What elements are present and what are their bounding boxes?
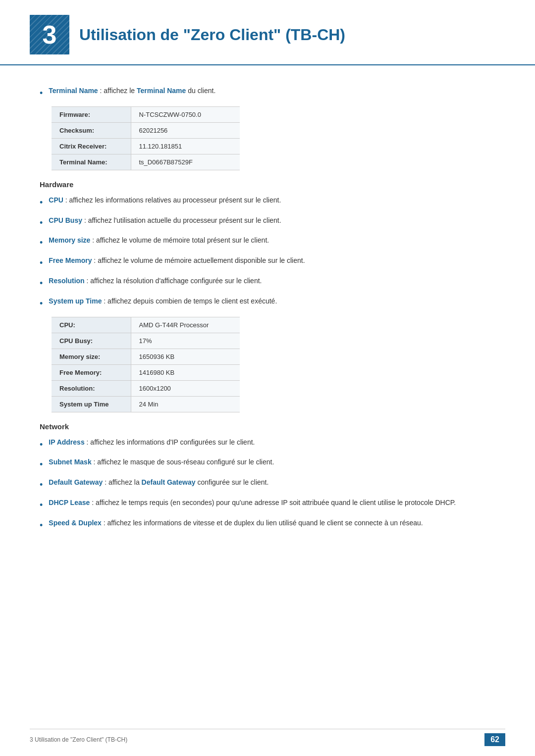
- table-cell-label: Terminal Name:: [52, 154, 131, 170]
- cpu-busy-text: CPU Busy : affichez l'utilisation actuel…: [49, 215, 495, 226]
- terminal-name-text: Terminal Name : affichez le Terminal Nam…: [49, 85, 495, 96]
- chapter-title: Utilisation de "Zero Client" (TB-CH): [79, 26, 345, 44]
- footer: 3 Utilisation de "Zero Client" (TB-CH) 6…: [30, 729, 505, 746]
- bullet-dot: •: [40, 438, 43, 452]
- system-up-time-bullet: • System up Time : affichez depuis combi…: [40, 296, 495, 311]
- ip-address-text: IP Address : affichez les informations d…: [49, 437, 495, 448]
- resolution-text: Resolution : affichez la résolution d'af…: [49, 275, 495, 286]
- dhcp-lease-label: DHCP Lease: [49, 499, 90, 506]
- table-cell-value: N-TCSCZWW-0750.0: [131, 106, 240, 122]
- table-cell-label: Memory size:: [52, 349, 131, 364]
- table-cell-value: 62021256: [131, 122, 240, 138]
- table-cell-value: 17%: [131, 333, 240, 349]
- footer-right: 62: [484, 733, 505, 746]
- default-gateway-text: Default Gateway : affichez la Default Ga…: [49, 477, 495, 488]
- table-row: Free Memory: 1416980 KB: [52, 364, 240, 380]
- table-cell-label: Free Memory:: [52, 364, 131, 380]
- bullet-dot: •: [40, 498, 43, 512]
- cpu-label: CPU: [49, 196, 63, 204]
- bullet-dot: •: [40, 276, 43, 291]
- bullet-dot: •: [40, 256, 43, 270]
- table-cell-value: 1600x1200: [131, 380, 240, 396]
- default-gateway-label2: Default Gateway: [142, 478, 196, 486]
- table-cell-value: 24 Min: [131, 396, 240, 412]
- subnet-mask-text: Subnet Mask : affichez le masque de sous…: [49, 456, 495, 467]
- main-content: • Terminal Name : affichez le Terminal N…: [0, 85, 535, 567]
- bullet-dot: •: [40, 478, 43, 492]
- subnet-mask-bullet: • Subnet Mask : affichez le masque de so…: [40, 456, 495, 472]
- memory-size-text: Memory size : affichez le volume de mémo…: [49, 235, 495, 246]
- table-row: Memory size: 1650936 KB: [52, 349, 240, 364]
- hardware-table: CPU: AMD G-T44R Processor CPU Busy: 17% …: [52, 317, 240, 412]
- table-cell-value: 1416980 KB: [131, 364, 240, 380]
- terminal-name-label2: Terminal Name: [137, 87, 186, 95]
- table-cell-label: Checksum:: [52, 122, 131, 138]
- table-cell-value: 11.120.181851: [131, 138, 240, 154]
- table-cell-label: System up Time: [52, 396, 131, 412]
- ip-address-label: IP Address: [49, 438, 84, 446]
- cpu-busy-bullet: • CPU Busy : affichez l'utilisation actu…: [40, 215, 495, 230]
- terminal-name-bullet: • Terminal Name : affichez le Terminal N…: [40, 85, 495, 101]
- table-cell-label: Resolution:: [52, 380, 131, 396]
- bullet-dot: •: [40, 196, 43, 210]
- page-number: 62: [484, 733, 505, 746]
- free-memory-label: Free Memory: [49, 256, 92, 264]
- subnet-mask-label: Subnet Mask: [49, 458, 91, 466]
- bullet-dot: •: [40, 216, 43, 230]
- dhcp-lease-bullet: • DHCP Lease : affichez le temps requis …: [40, 497, 495, 512]
- speed-duplex-text: Speed & Duplex : affichez les informatio…: [49, 517, 495, 528]
- table-cell-label: CPU:: [52, 317, 131, 333]
- table-cell-value: ts_D0667B87529F: [131, 154, 240, 170]
- ip-address-bullet: • IP Address : affichez les informations…: [40, 437, 495, 452]
- bullet-dot: •: [40, 86, 43, 101]
- table-row: Citrix Receiver: 11.120.181851: [52, 138, 240, 154]
- table-cell-value: 1650936 KB: [131, 349, 240, 364]
- table-row: CPU: AMD G-T44R Processor: [52, 317, 240, 333]
- speed-duplex-label: Speed & Duplex: [49, 519, 102, 527]
- chapter-number-text: 3: [43, 20, 57, 50]
- chapter-number: 3: [30, 15, 69, 54]
- memory-size-bullet: • Memory size : affichez le volume de mé…: [40, 235, 495, 250]
- table-row: Terminal Name: ts_D0667B87529F: [52, 154, 240, 170]
- cpu-busy-label: CPU Busy: [49, 216, 82, 224]
- table-row: Resolution: 1600x1200: [52, 380, 240, 396]
- system-up-time-label: System up Time: [49, 297, 102, 305]
- resolution-label: Resolution: [49, 277, 84, 285]
- table-row: System up Time 24 Min: [52, 396, 240, 412]
- network-heading: Network: [40, 422, 495, 431]
- bullet-dot: •: [40, 236, 43, 250]
- footer-text: 3 Utilisation de "Zero Client" (TB-CH): [30, 736, 127, 743]
- table-cell-label: Firmware:: [52, 106, 131, 122]
- speed-duplex-bullet: • Speed & Duplex : affichez les informat…: [40, 517, 495, 533]
- terminal-name-label: Terminal Name: [49, 87, 98, 95]
- default-gateway-bullet: • Default Gateway : affichez la Default …: [40, 477, 495, 492]
- table-cell-label: CPU Busy:: [52, 333, 131, 349]
- memory-size-label: Memory size: [49, 236, 90, 244]
- system-up-time-text: System up Time : affichez depuis combien…: [49, 296, 495, 306]
- dhcp-lease-text: DHCP Lease : affichez le temps requis (e…: [49, 497, 495, 508]
- default-gateway-label: Default Gateway: [49, 478, 103, 486]
- table-cell-value: AMD G-T44R Processor: [131, 317, 240, 333]
- table-row: Firmware: N-TCSCZWW-0750.0: [52, 106, 240, 122]
- table-row: Checksum: 62021256: [52, 122, 240, 138]
- cpu-text: CPU : affichez les informations relative…: [49, 195, 495, 205]
- table-cell-label: Citrix Receiver:: [52, 138, 131, 154]
- bullet-dot: •: [40, 297, 43, 311]
- free-memory-bullet: • Free Memory : affichez le volume de mé…: [40, 255, 495, 270]
- chapter-header: 3 Utilisation de "Zero Client" (TB-CH): [0, 0, 535, 65]
- terminal-name-table: Firmware: N-TCSCZWW-0750.0 Checksum: 620…: [52, 106, 240, 170]
- bullet-dot: •: [40, 457, 43, 472]
- hardware-heading: Hardware: [40, 180, 495, 189]
- table-row: CPU Busy: 17%: [52, 333, 240, 349]
- resolution-bullet: • Resolution : affichez la résolution d'…: [40, 275, 495, 291]
- cpu-bullet: • CPU : affichez les informations relati…: [40, 195, 495, 210]
- free-memory-text: Free Memory : affichez le volume de mémo…: [49, 255, 495, 266]
- bullet-dot: •: [40, 518, 43, 533]
